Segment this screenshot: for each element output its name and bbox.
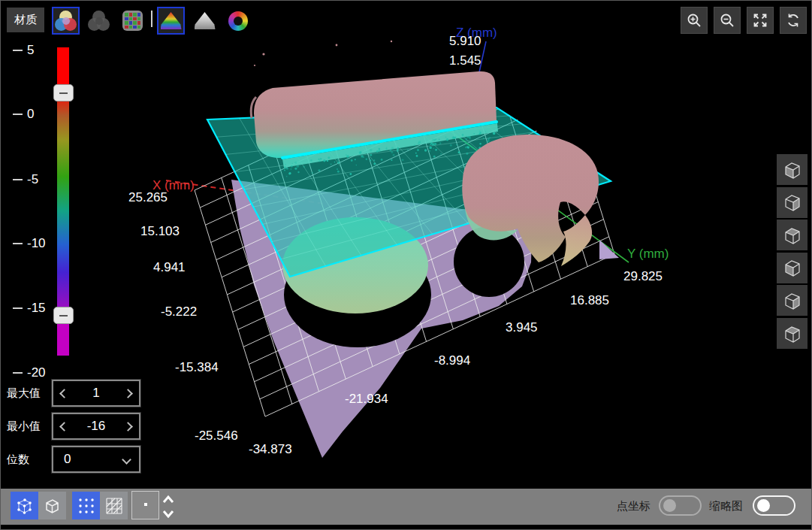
toolbar-separator: [151, 11, 152, 27]
view-cube-button[interactable]: [777, 285, 807, 316]
chevron-up-icon: [161, 494, 175, 504]
view-cube-icon: [781, 256, 804, 280]
bayer-pattern-button[interactable]: [119, 7, 146, 35]
x-axis-tick: 4.941: [153, 260, 186, 275]
zoom-in-button[interactable]: [681, 7, 708, 34]
point-size-up-button[interactable]: [160, 492, 177, 506]
cube-icon: [42, 495, 62, 516]
dots-grid-icon: [76, 495, 97, 516]
y-axis-label: Y (mm): [627, 247, 669, 262]
stray-points: [254, 41, 392, 66]
solid-view-button[interactable]: [38, 492, 66, 519]
x-axis-tick: -25.546: [195, 429, 238, 444]
point-size-down-button[interactable]: [160, 507, 177, 521]
chevron-down-icon: [122, 455, 131, 465]
digits-value: 0: [53, 452, 123, 467]
min-value: -16: [68, 419, 125, 434]
view-cube-button[interactable]: [777, 318, 807, 349]
view-cube-button[interactable]: [777, 253, 807, 283]
point-cloud-cube-icon: [14, 495, 35, 516]
gray-venn-icon: [88, 11, 110, 32]
zoom-out-icon: [719, 12, 735, 29]
mesh-display-button[interactable]: [100, 492, 128, 519]
scale-tick: 0: [13, 107, 34, 122]
toggle-knob: [663, 499, 676, 512]
view-cube-icon: [781, 322, 804, 346]
scale-max-handle[interactable]: [53, 84, 74, 101]
increment-icon[interactable]: [123, 422, 133, 432]
thumbnail-label: 缩略图: [709, 499, 743, 513]
view-cube-button[interactable]: [777, 154, 807, 185]
max-value-label: 最大值: [7, 386, 41, 401]
scale-tick: -10: [13, 236, 46, 251]
material-label: 材质: [7, 8, 44, 32]
x-axis-tick: -5.222: [161, 304, 197, 320]
reset-view-button[interactable]: [780, 7, 807, 34]
rgb-channels-button[interactable]: [52, 7, 80, 35]
chevron-down-icon: [161, 509, 175, 519]
gray-surface-button[interactable]: [191, 7, 219, 35]
point-coordinate-toggle[interactable]: [659, 495, 702, 516]
min-value-label: 最小值: [7, 419, 41, 434]
point-size-dot: [144, 503, 147, 506]
zoom-out-button[interactable]: [714, 7, 741, 34]
view-cube-icon: [781, 223, 804, 247]
toggle-knob: [757, 499, 770, 512]
view-cube-icon: [781, 158, 804, 182]
rgb-venn-icon: [55, 11, 77, 32]
y-axis-tick: 29.825: [623, 269, 663, 284]
color-wheel-icon: [228, 11, 248, 31]
digits-dropdown[interactable]: 0: [52, 446, 140, 473]
scale-tick: -5: [13, 172, 38, 187]
point-cloud-view-button[interactable]: [11, 492, 38, 519]
fit-view-icon: [752, 12, 768, 29]
view-cube-button[interactable]: [777, 187, 807, 218]
channels-gray-button[interactable]: [85, 7, 113, 35]
y-axis-tick: -8.994: [434, 353, 470, 368]
y-axis-tick: -34.873: [249, 442, 292, 457]
max-value: 1: [68, 386, 125, 401]
points-display-button[interactable]: [72, 492, 100, 519]
color-wheel-button[interactable]: [224, 7, 252, 35]
height-colormap-button[interactable]: [157, 7, 185, 35]
max-value-stepper[interactable]: 1: [52, 380, 140, 407]
point-size-box[interactable]: [131, 491, 159, 519]
x-axis-tick: 25.265: [128, 190, 168, 205]
y-axis-arrow: [599, 240, 619, 259]
rainbow-pyramid-icon: [161, 12, 182, 29]
y-axis-tick: 3.945: [506, 320, 538, 335]
y-axis-tick: 16.885: [570, 293, 609, 308]
z-axis-tick: 1.545: [449, 53, 481, 68]
reset-view-icon: [785, 12, 801, 29]
scale-tick: -15: [13, 301, 46, 316]
view-cube-icon: [781, 190, 804, 214]
point-coordinate-label: 点坐标: [617, 499, 651, 513]
view-cube-icon: [781, 289, 804, 313]
gray-pyramid-icon: [195, 12, 216, 29]
zoom-in-icon: [686, 12, 702, 29]
scale-min-handle[interactable]: [53, 307, 74, 324]
x-axis-tick: -15.384: [175, 360, 219, 375]
scale-tick: -20: [13, 365, 46, 380]
bottom-bar: 点坐标 缩略图: [1, 489, 812, 525]
app-window: -2.820 Z (mm) 5.910 1.545 X (mm) 25.265 …: [0, 0, 812, 530]
view-cube-button[interactable]: [777, 220, 807, 250]
thumbnail-toggle[interactable]: [753, 495, 795, 516]
scale-tick: 5: [13, 43, 34, 58]
dome-curl-piece: [561, 215, 592, 266]
z-axis-tick: 5.910: [449, 34, 481, 49]
min-value-stepper[interactable]: -16: [52, 413, 140, 440]
fit-view-button[interactable]: [747, 7, 774, 34]
y-axis-tick: -21.934: [345, 392, 388, 407]
bayer-grid-icon: [122, 11, 143, 31]
mesh-grid-icon: [104, 495, 125, 516]
digits-label: 位数: [7, 453, 29, 467]
x-axis-tick: 15.103: [140, 224, 180, 239]
increment-icon[interactable]: [123, 389, 133, 398]
